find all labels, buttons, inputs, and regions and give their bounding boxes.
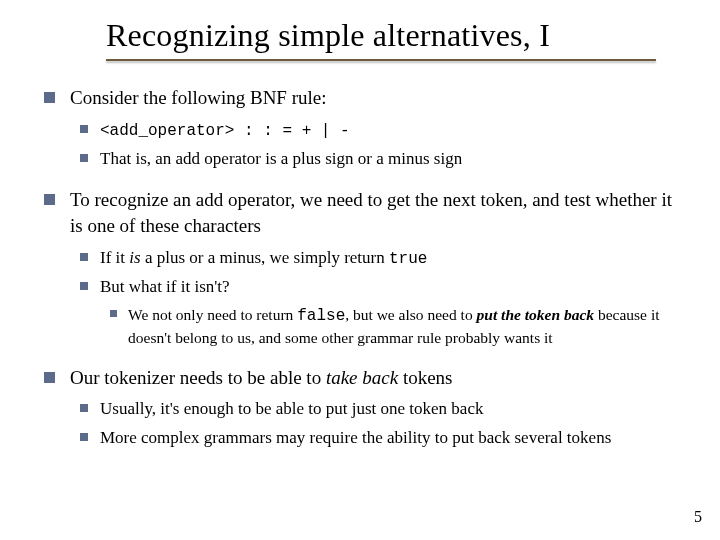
bullet-text: Our tokenizer needs to be able to (70, 367, 326, 388)
slide-title: Recognizing simple alternatives, I (106, 18, 684, 59)
emphasis-text: take back (326, 367, 398, 388)
list-item: Consider the following BNF rule: <add_op… (36, 85, 684, 171)
bullet-list-lvl3: We not only need to return false, but we… (100, 305, 684, 349)
list-item: <add_operator> : : = + | - (70, 119, 684, 143)
list-item: We not only need to return false, but we… (100, 305, 684, 349)
bullet-list-lvl2: <add_operator> : : = + | - That is, an a… (70, 119, 684, 172)
bullet-text: We not only need to return (128, 306, 297, 323)
bullet-text: More complex grammars may require the ab… (100, 428, 611, 447)
bullet-text: To recognize an add operator, we need to… (70, 189, 672, 236)
title-block: Recognizing simple alternatives, I (106, 18, 684, 61)
bullet-text: Usually, it's enough to be able to put j… (100, 399, 483, 418)
emphasis-text: put the token back (477, 306, 595, 323)
bullet-text: tokens (398, 367, 452, 388)
code-text: <add_operator> : : = + | - (100, 122, 350, 140)
list-item: Our tokenizer needs to be able to take b… (36, 365, 684, 451)
bullet-text: That is, an add operator is a plus sign … (100, 149, 462, 168)
bullet-text: But what if it isn't? (100, 277, 230, 296)
list-item: But what if it isn't? We not only need t… (70, 276, 684, 348)
bullet-text: a plus or a minus, we simply return (141, 248, 389, 267)
bullet-text: , but we also need to (345, 306, 476, 323)
bullet-list-lvl2: Usually, it's enough to be able to put j… (70, 398, 684, 450)
page-number: 5 (694, 508, 702, 526)
slide-content: Consider the following BNF rule: <add_op… (36, 85, 684, 450)
list-item: If it is a plus or a minus, we simply re… (70, 247, 684, 271)
bullet-text: If it (100, 248, 129, 267)
list-item: To recognize an add operator, we need to… (36, 187, 684, 348)
emphasis-text: is (129, 248, 140, 267)
list-item: That is, an add operator is a plus sign … (70, 148, 684, 171)
list-item: Usually, it's enough to be able to put j… (70, 398, 684, 421)
list-item: More complex grammars may require the ab… (70, 427, 684, 450)
bullet-list-lvl1: Consider the following BNF rule: <add_op… (36, 85, 684, 450)
bullet-list-lvl2: If it is a plus or a minus, we simply re… (70, 247, 684, 349)
code-text: true (389, 250, 427, 268)
bullet-text: Consider the following BNF rule: (70, 87, 326, 108)
slide: Recognizing simple alternatives, I Consi… (0, 0, 720, 540)
title-underline (106, 59, 656, 61)
code-text: false (297, 307, 345, 325)
